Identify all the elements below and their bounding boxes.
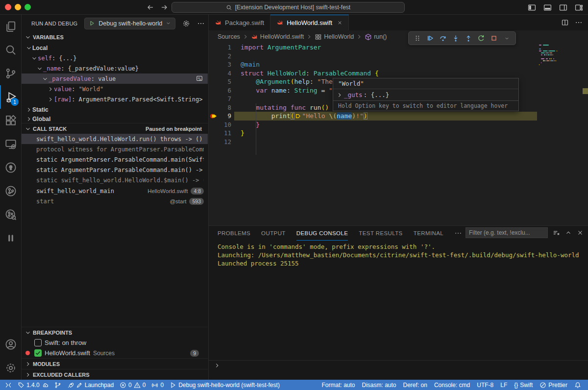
format-item[interactable]: Format: auto [318, 380, 358, 390]
code-line[interactable]: 3@main [209, 60, 588, 69]
layout-customize-icon[interactable] [573, 2, 584, 13]
breakpoint-row[interactable]: Swift: on throw [22, 338, 208, 348]
call-stack-frame[interactable]: protocol witness for ArgumentParser.Pars… [22, 144, 208, 154]
debug-console-input[interactable] [209, 360, 588, 370]
code-editor[interactable]: 1import ArgumentParser23@main4struct Hel… [209, 43, 588, 225]
console-filter-input[interactable] [466, 227, 548, 238]
gripper-icon[interactable] [412, 32, 423, 44]
gutter-glyph[interactable] [209, 43, 219, 52]
variables-scope-row[interactable]: Local [22, 43, 208, 53]
call-stack-frame[interactable]: swift_hello_world_mainHelloWorld.swift4:… [22, 186, 208, 196]
run-and-debug-icon[interactable]: 1 [0, 85, 22, 109]
launchpad-item[interactable]: Launchpad [64, 380, 117, 390]
call-stack-frame[interactable]: start@start593 [22, 196, 208, 206]
code-line[interactable]: 12 [209, 138, 588, 146]
github-icon[interactable] [0, 156, 22, 179]
code-line[interactable]: 4struct HelloWorld: ParsableCommand { [209, 69, 588, 78]
excluded-callers-section-header[interactable]: EXCLUDED CALLERS [22, 369, 208, 380]
zoom-window-button[interactable] [24, 4, 31, 10]
breadcrumb[interactable]: SourcesHelloWorld.swiftHelloWorldrun() [209, 30, 588, 43]
tab-package-swift[interactable]: Package.swift [209, 15, 270, 30]
gutter-glyph[interactable] [209, 138, 219, 146]
clear-console-icon[interactable] [553, 229, 560, 237]
remote-indicator[interactable] [2, 380, 15, 390]
stop-button[interactable] [488, 32, 500, 44]
variables-scope-row[interactable]: Global [22, 115, 208, 123]
layout-sidebar-right-icon[interactable] [558, 2, 568, 13]
minimize-window-button[interactable] [15, 4, 21, 10]
close-tab-icon[interactable] [337, 20, 343, 25]
maximize-panel-icon[interactable] [565, 229, 572, 236]
accounts-icon[interactable] [0, 333, 22, 356]
chevron-down-icon[interactable] [501, 32, 513, 44]
variables-scope-row[interactable]: Static [22, 104, 208, 115]
gutter-glyph[interactable] [209, 121, 219, 129]
variable-row[interactable]: _name: {_parsedValue:value} [22, 63, 208, 73]
breakpoint-glyph[interactable] [209, 112, 219, 121]
git-graph-item[interactable] [51, 380, 64, 390]
eol-item[interactable]: LF [497, 380, 510, 390]
problems-item[interactable]: 00 [117, 380, 148, 390]
launch-config-dropdown[interactable]: Debug swift-hello-world [84, 18, 175, 29]
hover-child-row[interactable]: _guts: {...} [333, 89, 518, 100]
panel-tab-test-results[interactable]: TEST RESULTS [359, 226, 402, 241]
step-into-button[interactable] [450, 32, 462, 44]
gutter-glyph[interactable] [209, 86, 219, 95]
more-actions-icon[interactable] [575, 19, 583, 26]
code-line[interactable]: 11} [209, 129, 588, 138]
breadcrumb-item[interactable]: Sources [218, 33, 240, 40]
modules-section-header[interactable]: MODULES [22, 358, 208, 369]
breadcrumb-item[interactable]: HelloWorld.swift [251, 33, 304, 41]
call-stack-frame[interactable]: swift_hello_world.HelloWorld.run() throw… [22, 134, 208, 144]
search-icon[interactable] [0, 38, 22, 62]
variable-row[interactable]: [raw]: ArgumentParser.Parsed<Swift.Strin… [22, 94, 208, 104]
version-item[interactable]: 1.4.0 [15, 380, 51, 390]
settings-gear-icon[interactable] [0, 356, 22, 380]
explorer-icon[interactable] [0, 15, 22, 38]
call-stack-frame[interactable]: static ArgumentParser.ParsableCommand.ma… [22, 154, 208, 165]
gutter-glyph[interactable] [209, 129, 219, 138]
gutter-glyph[interactable] [209, 103, 219, 112]
deref-item[interactable]: Deref: on [400, 380, 430, 390]
navigate-forward-button[interactable] [159, 2, 169, 12]
view-binary-icon[interactable]: 0110 [196, 75, 203, 82]
navigate-back-button[interactable] [146, 2, 155, 12]
step-over-button[interactable] [437, 32, 449, 44]
call-stack-frame[interactable]: static ArgumentParser.ParsableCommand.ma… [22, 165, 208, 175]
command-center-search[interactable]: [Extension Development Host] swift-test-… [172, 2, 405, 13]
panel-tab-debug-console[interactable]: DEBUG CONSOLE [296, 226, 348, 241]
close-window-button[interactable] [5, 4, 11, 10]
layout-panel-icon[interactable] [542, 2, 553, 13]
variable-row[interactable]: value: "World" [22, 84, 208, 94]
split-editor-icon[interactable] [561, 19, 569, 26]
disasm-item[interactable]: Disasm: auto [359, 380, 399, 390]
layout-sidebar-left-icon[interactable] [526, 2, 537, 13]
restart-button[interactable] [475, 32, 487, 44]
remote-explorer-icon[interactable] [0, 132, 22, 156]
gutter-glyph[interactable] [209, 95, 219, 103]
code-line[interactable]: 9 print("Hello \(name)!") [209, 112, 588, 121]
code-line[interactable]: 10 } [209, 121, 588, 129]
panel-tab-output[interactable]: OUTPUT [261, 226, 286, 241]
gitlens-inspect-icon[interactable] [0, 203, 22, 226]
gutter-glyph[interactable] [209, 52, 219, 61]
more-actions-icon[interactable] [197, 20, 205, 27]
call-stack-section-header[interactable]: CALL STACK Paused on breakpoint [22, 123, 208, 134]
more-panel-tabs-icon[interactable] [454, 226, 462, 241]
prettier-item[interactable]: Prettier [537, 380, 570, 390]
debug-settings-gear-icon[interactable] [182, 20, 190, 27]
panel-tab-terminal[interactable]: TERMINAL [414, 226, 443, 241]
gitlens-icon[interactable] [0, 179, 22, 203]
breakpoints-section-header[interactable]: BREAKPOINTS [22, 327, 208, 338]
continue-button[interactable] [424, 32, 436, 44]
console-mode-item[interactable]: Console: cmd [431, 380, 473, 390]
notifications-item[interactable] [571, 380, 584, 390]
ports-item[interactable]: 0 [148, 380, 167, 390]
code-line[interactable]: 1import ArgumentParser [209, 43, 588, 52]
start-debug-icon[interactable] [89, 20, 95, 26]
breakpoint-checkbox[interactable] [34, 339, 42, 346]
variable-row[interactable]: _parsedValue: value0110 [22, 73, 208, 84]
minimap[interactable] [537, 44, 583, 103]
variable-row[interactable]: self: {...} [22, 53, 208, 63]
breakpoint-checkbox[interactable] [34, 349, 42, 357]
